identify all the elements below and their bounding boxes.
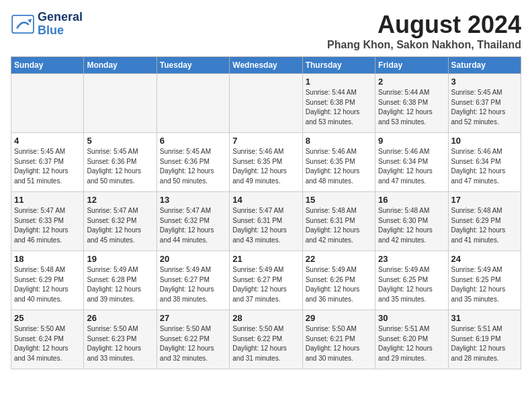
day-number: 29 — [306, 313, 372, 323]
logo: General Blue — [11, 11, 83, 38]
day-info: Sunrise: 5:46 AM Sunset: 6:35 PM Dayligh… — [306, 147, 372, 186]
calendar-cell: 26Sunrise: 5:50 AM Sunset: 6:23 PM Dayli… — [84, 310, 157, 369]
day-info: Sunrise: 5:48 AM Sunset: 6:29 PM Dayligh… — [451, 206, 518, 245]
day-number: 10 — [451, 136, 518, 146]
day-number: 12 — [87, 195, 153, 205]
day-info: Sunrise: 5:49 AM Sunset: 6:26 PM Dayligh… — [306, 265, 372, 304]
day-number: 24 — [451, 254, 518, 264]
calendar-cell: 23Sunrise: 5:49 AM Sunset: 6:25 PM Dayli… — [375, 251, 448, 310]
day-info: Sunrise: 5:45 AM Sunset: 6:36 PM Dayligh… — [160, 147, 226, 186]
day-info: Sunrise: 5:46 AM Sunset: 6:34 PM Dayligh… — [451, 147, 518, 186]
calendar-cell: 9Sunrise: 5:46 AM Sunset: 6:34 PM Daylig… — [375, 133, 448, 192]
calendar-cell — [157, 74, 229, 133]
calendar-cell: 25Sunrise: 5:50 AM Sunset: 6:24 PM Dayli… — [11, 310, 84, 369]
logo-general: General — [38, 10, 83, 24]
day-number: 3 — [451, 77, 518, 87]
day-number: 6 — [160, 136, 226, 146]
day-info: Sunrise: 5:51 AM Sunset: 6:20 PM Dayligh… — [378, 324, 445, 363]
subtitle: Phang Khon, Sakon Nakhon, Thailand — [327, 39, 521, 51]
day-info: Sunrise: 5:51 AM Sunset: 6:19 PM Dayligh… — [451, 324, 518, 363]
day-info: Sunrise: 5:50 AM Sunset: 6:21 PM Dayligh… — [306, 324, 372, 363]
day-info: Sunrise: 5:45 AM Sunset: 6:36 PM Dayligh… — [87, 147, 153, 186]
calendar-cell: 2Sunrise: 5:44 AM Sunset: 6:38 PM Daylig… — [375, 74, 448, 133]
calendar-cell: 13Sunrise: 5:47 AM Sunset: 6:32 PM Dayli… — [157, 192, 229, 251]
col-header-saturday: Saturday — [448, 57, 521, 74]
day-info: Sunrise: 5:44 AM Sunset: 6:38 PM Dayligh… — [378, 88, 445, 127]
calendar-cell — [84, 74, 157, 133]
day-number: 13 — [160, 195, 226, 205]
day-info: Sunrise: 5:50 AM Sunset: 6:23 PM Dayligh… — [87, 324, 153, 363]
day-number: 8 — [306, 136, 372, 146]
day-number: 15 — [306, 195, 372, 205]
col-header-sunday: Sunday — [11, 57, 84, 74]
day-number: 5 — [87, 136, 153, 146]
col-header-monday: Monday — [84, 57, 157, 74]
calendar-cell: 4Sunrise: 5:45 AM Sunset: 6:37 PM Daylig… — [11, 133, 84, 192]
col-header-tuesday: Tuesday — [157, 57, 229, 74]
day-info: Sunrise: 5:46 AM Sunset: 6:34 PM Dayligh… — [378, 147, 445, 186]
day-number: 18 — [14, 254, 81, 264]
day-number: 23 — [378, 254, 445, 264]
calendar-cell: 19Sunrise: 5:49 AM Sunset: 6:28 PM Dayli… — [84, 251, 157, 310]
day-number: 28 — [232, 313, 299, 323]
day-info: Sunrise: 5:46 AM Sunset: 6:35 PM Dayligh… — [232, 147, 299, 186]
day-info: Sunrise: 5:45 AM Sunset: 6:37 PM Dayligh… — [14, 147, 81, 186]
calendar-cell: 27Sunrise: 5:50 AM Sunset: 6:22 PM Dayli… — [157, 310, 229, 369]
day-info: Sunrise: 5:50 AM Sunset: 6:24 PM Dayligh… — [14, 324, 81, 363]
day-number: 22 — [306, 254, 372, 264]
day-number: 9 — [378, 136, 445, 146]
calendar-cell: 10Sunrise: 5:46 AM Sunset: 6:34 PM Dayli… — [448, 133, 521, 192]
day-number: 21 — [232, 254, 299, 264]
day-info: Sunrise: 5:49 AM Sunset: 6:27 PM Dayligh… — [232, 265, 299, 304]
day-info: Sunrise: 5:49 AM Sunset: 6:25 PM Dayligh… — [451, 265, 518, 304]
svg-rect-0 — [12, 15, 34, 33]
day-number: 16 — [378, 195, 445, 205]
col-header-wednesday: Wednesday — [230, 57, 302, 74]
calendar-cell: 5Sunrise: 5:45 AM Sunset: 6:36 PM Daylig… — [84, 133, 157, 192]
calendar-cell: 7Sunrise: 5:46 AM Sunset: 6:35 PM Daylig… — [230, 133, 302, 192]
day-info: Sunrise: 5:47 AM Sunset: 6:32 PM Dayligh… — [160, 206, 226, 245]
day-number: 2 — [378, 77, 445, 87]
day-info: Sunrise: 5:47 AM Sunset: 6:32 PM Dayligh… — [87, 206, 153, 245]
calendar-table: SundayMondayTuesdayWednesdayThursdayFrid… — [11, 56, 521, 369]
col-header-friday: Friday — [375, 57, 448, 74]
day-number: 19 — [87, 254, 153, 264]
day-number: 26 — [87, 313, 153, 323]
calendar-cell: 1Sunrise: 5:44 AM Sunset: 6:38 PM Daylig… — [302, 74, 375, 133]
day-number: 20 — [160, 254, 226, 264]
day-info: Sunrise: 5:50 AM Sunset: 6:22 PM Dayligh… — [160, 324, 226, 363]
calendar-cell: 11Sunrise: 5:47 AM Sunset: 6:33 PM Dayli… — [11, 192, 84, 251]
day-info: Sunrise: 5:48 AM Sunset: 6:30 PM Dayligh… — [378, 206, 445, 245]
day-number: 4 — [14, 136, 81, 146]
logo-icon — [11, 14, 35, 34]
calendar-cell: 31Sunrise: 5:51 AM Sunset: 6:19 PM Dayli… — [448, 310, 521, 369]
calendar-cell: 24Sunrise: 5:49 AM Sunset: 6:25 PM Dayli… — [448, 251, 521, 310]
day-info: Sunrise: 5:47 AM Sunset: 6:31 PM Dayligh… — [232, 206, 299, 245]
day-number: 7 — [232, 136, 299, 146]
day-number: 27 — [160, 313, 226, 323]
calendar-cell: 14Sunrise: 5:47 AM Sunset: 6:31 PM Dayli… — [230, 192, 302, 251]
calendar-cell: 21Sunrise: 5:49 AM Sunset: 6:27 PM Dayli… — [230, 251, 302, 310]
day-number: 17 — [451, 195, 518, 205]
calendar-cell: 29Sunrise: 5:50 AM Sunset: 6:21 PM Dayli… — [302, 310, 375, 369]
day-number: 25 — [14, 313, 81, 323]
calendar-cell: 20Sunrise: 5:49 AM Sunset: 6:27 PM Dayli… — [157, 251, 229, 310]
day-info: Sunrise: 5:48 AM Sunset: 6:29 PM Dayligh… — [14, 265, 81, 304]
calendar-cell: 16Sunrise: 5:48 AM Sunset: 6:30 PM Dayli… — [375, 192, 448, 251]
day-info: Sunrise: 5:44 AM Sunset: 6:38 PM Dayligh… — [306, 88, 372, 127]
title-block: August 2024 Phang Khon, Sakon Nakhon, Th… — [327, 11, 521, 51]
calendar-cell — [11, 74, 84, 133]
page-header: General Blue August 2024 Phang Khon, Sak… — [11, 11, 521, 51]
calendar-cell: 22Sunrise: 5:49 AM Sunset: 6:26 PM Dayli… — [302, 251, 375, 310]
day-info: Sunrise: 5:47 AM Sunset: 6:33 PM Dayligh… — [14, 206, 81, 245]
calendar-cell: 6Sunrise: 5:45 AM Sunset: 6:36 PM Daylig… — [157, 133, 229, 192]
calendar-cell — [230, 74, 302, 133]
day-info: Sunrise: 5:50 AM Sunset: 6:22 PM Dayligh… — [232, 324, 299, 363]
day-info: Sunrise: 5:48 AM Sunset: 6:31 PM Dayligh… — [306, 206, 372, 245]
calendar-cell: 8Sunrise: 5:46 AM Sunset: 6:35 PM Daylig… — [302, 133, 375, 192]
day-number: 1 — [306, 77, 372, 87]
calendar-cell: 15Sunrise: 5:48 AM Sunset: 6:31 PM Dayli… — [302, 192, 375, 251]
calendar-cell: 18Sunrise: 5:48 AM Sunset: 6:29 PM Dayli… — [11, 251, 84, 310]
day-info: Sunrise: 5:49 AM Sunset: 6:28 PM Dayligh… — [87, 265, 153, 304]
calendar-cell: 12Sunrise: 5:47 AM Sunset: 6:32 PM Dayli… — [84, 192, 157, 251]
